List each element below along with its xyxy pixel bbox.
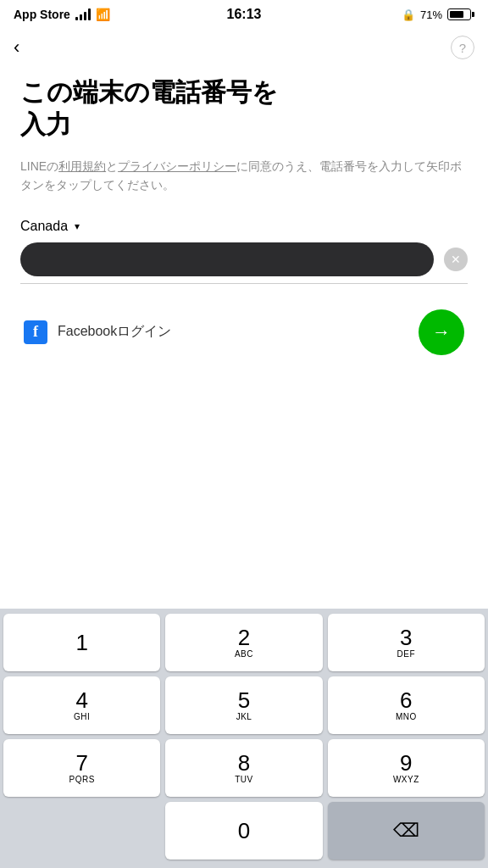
keyboard: 1 2 ABC 3 DEF 4 GHI 5 JKL 6 MNO 7 PQRS — [0, 609, 488, 868]
key-6[interactable]: 6 MNO — [328, 676, 485, 734]
key-5[interactable]: 5 JKL — [165, 676, 322, 734]
nav-bar: ‹ ? — [0, 29, 488, 66]
time-display: 16:13 — [227, 7, 262, 22]
terms-link[interactable]: 利用規約 — [58, 159, 106, 173]
lock-icon: 🔒 — [402, 8, 415, 21]
fb-letter: f — [33, 323, 38, 341]
facebook-login-left: f Facebookログイン — [24, 320, 171, 344]
country-selector[interactable]: Canada ▾ — [20, 219, 468, 234]
key-0[interactable]: 0 — [165, 802, 322, 860]
key-2[interactable]: 2 ABC — [165, 614, 322, 671]
keyboard-row-4: 0 ⌫ — [3, 802, 485, 860]
key-empty — [3, 802, 160, 860]
facebook-login-row: f Facebookログイン → — [20, 309, 468, 355]
clear-icon: ✕ — [451, 253, 461, 266]
status-right: 🔒 71% — [402, 8, 474, 21]
status-left: App Store 📶 — [14, 8, 110, 21]
country-label: Canada — [20, 219, 68, 234]
key-3[interactable]: 3 DEF — [328, 614, 485, 671]
next-arrow-icon: → — [432, 321, 451, 343]
key-delete[interactable]: ⌫ — [328, 802, 485, 860]
signal-icon — [75, 8, 91, 20]
help-button[interactable]: ? — [451, 36, 474, 59]
key-8[interactable]: 8 TUV — [165, 739, 322, 797]
key-7[interactable]: 7 PQRS — [3, 739, 160, 797]
next-button[interactable]: → — [419, 309, 464, 355]
facebook-icon: f — [24, 320, 47, 344]
battery-percent: 71% — [420, 8, 442, 21]
description-text: LINEの利用規約とプライバシーポリシーに同意のうえ、電話番号を入力して矢印ボタ… — [20, 157, 468, 195]
carrier-text: App Store — [14, 8, 70, 21]
status-bar: App Store 📶 16:13 🔒 71% — [0, 0, 488, 29]
dropdown-arrow-icon: ▾ — [75, 220, 80, 232]
key-4[interactable]: 4 GHI — [3, 676, 160, 734]
back-button[interactable]: ‹ — [14, 33, 26, 62]
delete-icon: ⌫ — [393, 820, 419, 842]
page-title: この端末の電話番号を入力 — [20, 76, 468, 140]
battery-icon — [447, 8, 474, 20]
privacy-link[interactable]: プライバシーポリシー — [118, 159, 236, 173]
wifi-icon: 📶 — [96, 8, 110, 21]
keyboard-row-3: 7 PQRS 8 TUV 9 WXYZ — [3, 739, 485, 797]
keyboard-row-1: 1 2 ABC 3 DEF — [3, 614, 485, 671]
keyboard-row-2: 4 GHI 5 JKL 6 MNO — [3, 676, 485, 734]
main-content: この端末の電話番号を入力 LINEの利用規約とプライバシーポリシーに同意のうえ、… — [0, 66, 488, 355]
facebook-login-label[interactable]: Facebookログイン — [58, 323, 171, 341]
phone-input-row: ✕ — [20, 242, 468, 284]
clear-button[interactable]: ✕ — [444, 248, 468, 271]
key-1[interactable]: 1 — [3, 614, 160, 671]
key-9[interactable]: 9 WXYZ — [328, 739, 485, 797]
phone-input[interactable] — [20, 242, 434, 276]
